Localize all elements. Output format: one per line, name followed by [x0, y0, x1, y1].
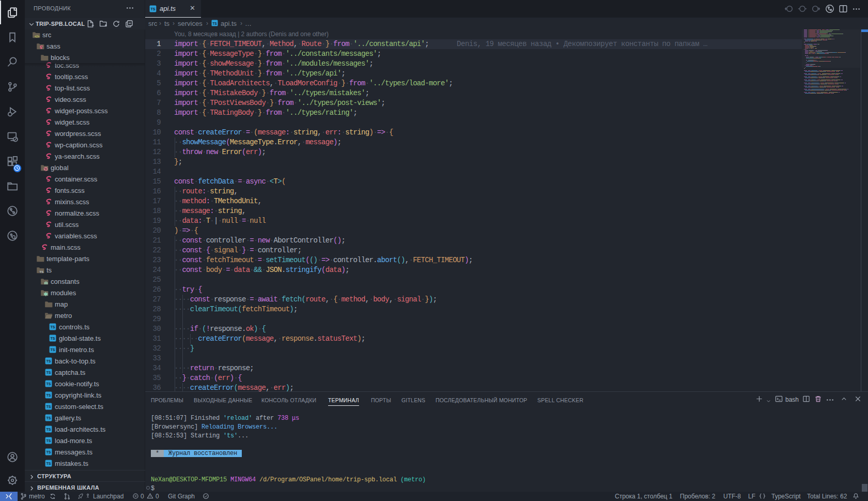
- svg-text:</>: </>: [35, 35, 40, 38]
- svg-text:TS: TS: [47, 416, 51, 420]
- svg-text:TS: TS: [47, 450, 51, 454]
- svg-text:TS: TS: [47, 428, 51, 431]
- svg-text:TS: TS: [51, 348, 55, 352]
- svg-text:TS: TS: [47, 393, 51, 397]
- svg-text:TS: TS: [51, 337, 55, 340]
- svg-text:TS: TS: [47, 439, 51, 443]
- svg-text:TS: TS: [40, 270, 44, 274]
- svg-text:TS: TS: [151, 7, 156, 11]
- svg-text:TS: TS: [47, 462, 51, 465]
- svg-text:TS: TS: [47, 359, 51, 363]
- svg-text:TS: TS: [47, 405, 51, 408]
- svg-text:TS: TS: [47, 371, 51, 374]
- svg-text:TS: TS: [212, 22, 217, 25]
- svg-text:TS: TS: [47, 382, 51, 386]
- svg-text:TS: TS: [51, 325, 55, 329]
